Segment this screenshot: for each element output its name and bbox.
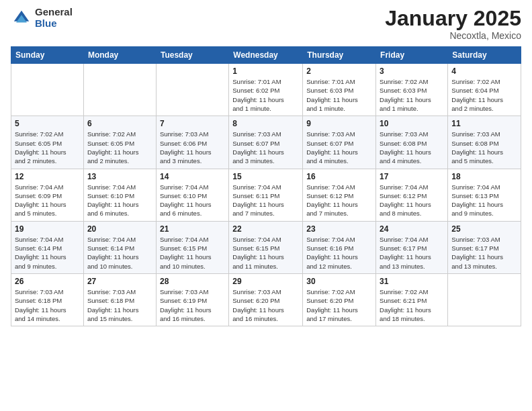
header: General Blue January 2025 Necoxtla, Mexi… [11, 7, 521, 41]
table-row: 2Sunrise: 7:01 AM Sunset: 6:03 PM Daylig… [303, 64, 376, 116]
table-row: 27Sunrise: 7:03 AM Sunset: 6:18 PM Dayli… [83, 273, 156, 326]
table-row: 16Sunrise: 7:04 AM Sunset: 6:12 PM Dayli… [303, 169, 376, 221]
day-number: 27 [87, 277, 152, 286]
day-number: 7 [160, 119, 225, 128]
table-row: 3Sunrise: 7:02 AM Sunset: 6:03 PM Daylig… [376, 64, 448, 116]
table-row: 14Sunrise: 7:04 AM Sunset: 6:10 PM Dayli… [156, 169, 228, 221]
day-info: Sunrise: 7:03 AM Sunset: 6:19 PM Dayligh… [160, 287, 225, 323]
table-row: 11Sunrise: 7:03 AM Sunset: 6:08 PM Dayli… [448, 116, 521, 169]
day-number: 21 [160, 224, 225, 234]
day-info: Sunrise: 7:02 AM Sunset: 6:05 PM Dayligh… [15, 130, 80, 165]
day-number: 14 [160, 172, 225, 181]
table-row: 8Sunrise: 7:03 AM Sunset: 6:07 PM Daylig… [229, 116, 303, 169]
day-number: 31 [380, 277, 444, 286]
table-row: 28Sunrise: 7:03 AM Sunset: 6:19 PM Dayli… [156, 273, 228, 326]
table-row [448, 273, 521, 326]
day-number: 26 [15, 277, 80, 286]
day-info: Sunrise: 7:04 AM Sunset: 6:10 PM Dayligh… [87, 183, 152, 218]
day-info: Sunrise: 7:02 AM Sunset: 6:03 PM Dayligh… [380, 77, 444, 113]
calendar-week-3: 12Sunrise: 7:04 AM Sunset: 6:09 PM Dayli… [11, 169, 521, 221]
day-number: 24 [380, 224, 444, 234]
table-row: 24Sunrise: 7:04 AM Sunset: 6:17 PM Dayli… [376, 221, 448, 273]
table-row: 12Sunrise: 7:04 AM Sunset: 6:09 PM Dayli… [11, 169, 84, 221]
day-number: 1 [232, 66, 299, 76]
col-thursday: Thursday [303, 47, 376, 64]
day-info: Sunrise: 7:04 AM Sunset: 6:12 PM Dayligh… [306, 183, 372, 218]
day-info: Sunrise: 7:03 AM Sunset: 6:18 PM Dayligh… [15, 287, 80, 323]
col-friday: Friday [376, 47, 448, 64]
table-row [83, 64, 156, 116]
day-info: Sunrise: 7:03 AM Sunset: 6:08 PM Dayligh… [451, 130, 517, 165]
day-number: 10 [380, 119, 444, 128]
day-number: 16 [306, 172, 372, 181]
calendar-week-1: 1Sunrise: 7:01 AM Sunset: 6:02 PM Daylig… [11, 64, 521, 116]
logo-icon [11, 7, 32, 29]
day-number: 9 [306, 119, 372, 128]
day-info: Sunrise: 7:04 AM Sunset: 6:14 PM Dayligh… [15, 235, 80, 271]
day-info: Sunrise: 7:03 AM Sunset: 6:07 PM Dayligh… [232, 130, 299, 165]
day-info: Sunrise: 7:03 AM Sunset: 6:17 PM Dayligh… [451, 235, 517, 271]
day-info: Sunrise: 7:04 AM Sunset: 6:13 PM Dayligh… [451, 183, 517, 218]
table-row: 18Sunrise: 7:04 AM Sunset: 6:13 PM Dayli… [448, 169, 521, 221]
col-tuesday: Tuesday [156, 47, 228, 64]
logo: General Blue [11, 7, 73, 29]
day-info: Sunrise: 7:01 AM Sunset: 6:03 PM Dayligh… [306, 77, 372, 113]
day-number: 20 [87, 224, 152, 234]
day-info: Sunrise: 7:04 AM Sunset: 6:16 PM Dayligh… [306, 235, 372, 271]
table-row: 4Sunrise: 7:02 AM Sunset: 6:04 PM Daylig… [448, 64, 521, 116]
table-row: 17Sunrise: 7:04 AM Sunset: 6:12 PM Dayli… [376, 169, 448, 221]
table-row: 25Sunrise: 7:03 AM Sunset: 6:17 PM Dayli… [448, 221, 521, 273]
table-row: 21Sunrise: 7:04 AM Sunset: 6:15 PM Dayli… [156, 221, 228, 273]
table-row: 23Sunrise: 7:04 AM Sunset: 6:16 PM Dayli… [303, 221, 376, 273]
calendar-week-5: 26Sunrise: 7:03 AM Sunset: 6:18 PM Dayli… [11, 273, 521, 326]
day-number: 4 [451, 66, 517, 76]
table-row: 6Sunrise: 7:02 AM Sunset: 6:05 PM Daylig… [83, 116, 156, 169]
table-row: 26Sunrise: 7:03 AM Sunset: 6:18 PM Dayli… [11, 273, 84, 326]
day-info: Sunrise: 7:03 AM Sunset: 6:20 PM Dayligh… [232, 287, 299, 323]
table-row: 30Sunrise: 7:02 AM Sunset: 6:20 PM Dayli… [303, 273, 376, 326]
page: General Blue January 2025 Necoxtla, Mexi… [0, 0, 532, 337]
calendar-week-2: 5Sunrise: 7:02 AM Sunset: 6:05 PM Daylig… [11, 116, 521, 169]
col-sunday: Sunday [11, 47, 84, 64]
day-info: Sunrise: 7:02 AM Sunset: 6:04 PM Dayligh… [451, 77, 517, 113]
logo-general: General [35, 7, 73, 18]
day-number: 15 [232, 172, 299, 181]
day-number: 22 [232, 224, 299, 234]
day-number: 30 [306, 277, 372, 286]
title-block: January 2025 Necoxtla, Mexico [385, 7, 521, 41]
day-number: 12 [15, 172, 80, 181]
table-row: 29Sunrise: 7:03 AM Sunset: 6:20 PM Dayli… [229, 273, 303, 326]
month-title: January 2025 [385, 7, 521, 30]
calendar: Sunday Monday Tuesday Wednesday Thursday… [11, 46, 521, 326]
day-info: Sunrise: 7:02 AM Sunset: 6:21 PM Dayligh… [380, 287, 444, 323]
table-row: 20Sunrise: 7:04 AM Sunset: 6:14 PM Dayli… [83, 221, 156, 273]
day-info: Sunrise: 7:04 AM Sunset: 6:17 PM Dayligh… [380, 235, 444, 271]
table-row [156, 64, 228, 116]
col-wednesday: Wednesday [229, 47, 303, 64]
day-info: Sunrise: 7:03 AM Sunset: 6:18 PM Dayligh… [87, 287, 152, 323]
table-row: 5Sunrise: 7:02 AM Sunset: 6:05 PM Daylig… [11, 116, 84, 169]
day-number: 19 [15, 224, 80, 234]
table-row: 15Sunrise: 7:04 AM Sunset: 6:11 PM Dayli… [229, 169, 303, 221]
col-monday: Monday [83, 47, 156, 64]
day-number: 5 [15, 119, 80, 128]
day-info: Sunrise: 7:04 AM Sunset: 6:10 PM Dayligh… [160, 183, 225, 218]
day-info: Sunrise: 7:02 AM Sunset: 6:05 PM Dayligh… [87, 130, 152, 165]
day-info: Sunrise: 7:04 AM Sunset: 6:15 PM Dayligh… [160, 235, 225, 271]
day-number: 8 [232, 119, 299, 128]
day-info: Sunrise: 7:03 AM Sunset: 6:07 PM Dayligh… [306, 130, 372, 165]
day-info: Sunrise: 7:04 AM Sunset: 6:11 PM Dayligh… [232, 183, 299, 218]
day-info: Sunrise: 7:03 AM Sunset: 6:08 PM Dayligh… [380, 130, 444, 165]
calendar-header-row: Sunday Monday Tuesday Wednesday Thursday… [11, 47, 521, 64]
day-info: Sunrise: 7:04 AM Sunset: 6:14 PM Dayligh… [87, 235, 152, 271]
table-row: 7Sunrise: 7:03 AM Sunset: 6:06 PM Daylig… [156, 116, 228, 169]
day-number: 18 [451, 172, 517, 181]
day-number: 13 [87, 172, 152, 181]
table-row: 10Sunrise: 7:03 AM Sunset: 6:08 PM Dayli… [376, 116, 448, 169]
table-row: 22Sunrise: 7:04 AM Sunset: 6:15 PM Dayli… [229, 221, 303, 273]
calendar-week-4: 19Sunrise: 7:04 AM Sunset: 6:14 PM Dayli… [11, 221, 521, 273]
table-row: 9Sunrise: 7:03 AM Sunset: 6:07 PM Daylig… [303, 116, 376, 169]
day-number: 28 [160, 277, 225, 286]
table-row: 31Sunrise: 7:02 AM Sunset: 6:21 PM Dayli… [376, 273, 448, 326]
day-number: 3 [380, 66, 444, 76]
